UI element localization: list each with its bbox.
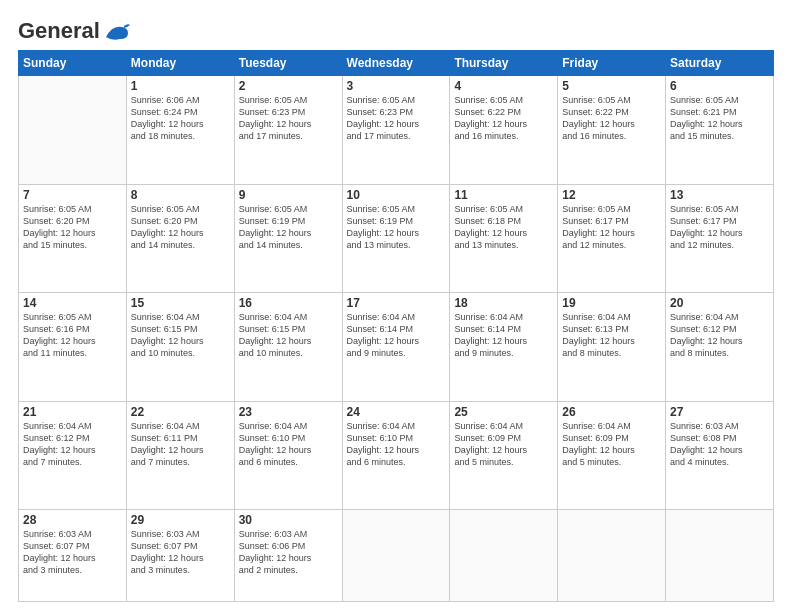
calendar-cell: 25Sunrise: 6:04 AM Sunset: 6:09 PM Dayli… — [450, 401, 558, 510]
weekday-header-wednesday: Wednesday — [342, 51, 450, 76]
day-number: 24 — [347, 405, 446, 419]
day-info: Sunrise: 6:05 AM Sunset: 6:21 PM Dayligh… — [670, 94, 769, 143]
calendar-week-row: 14Sunrise: 6:05 AM Sunset: 6:16 PM Dayli… — [19, 293, 774, 402]
calendar-cell: 6Sunrise: 6:05 AM Sunset: 6:21 PM Daylig… — [666, 76, 774, 185]
day-info: Sunrise: 6:05 AM Sunset: 6:20 PM Dayligh… — [23, 203, 122, 252]
day-info: Sunrise: 6:05 AM Sunset: 6:19 PM Dayligh… — [239, 203, 338, 252]
day-info: Sunrise: 6:03 AM Sunset: 6:07 PM Dayligh… — [23, 528, 122, 577]
day-number: 13 — [670, 188, 769, 202]
day-number: 23 — [239, 405, 338, 419]
day-info: Sunrise: 6:05 AM Sunset: 6:16 PM Dayligh… — [23, 311, 122, 360]
calendar-cell: 12Sunrise: 6:05 AM Sunset: 6:17 PM Dayli… — [558, 184, 666, 293]
day-number: 21 — [23, 405, 122, 419]
day-info: Sunrise: 6:04 AM Sunset: 6:12 PM Dayligh… — [23, 420, 122, 469]
calendar-cell: 2Sunrise: 6:05 AM Sunset: 6:23 PM Daylig… — [234, 76, 342, 185]
day-number: 19 — [562, 296, 661, 310]
calendar-cell: 5Sunrise: 6:05 AM Sunset: 6:22 PM Daylig… — [558, 76, 666, 185]
day-info: Sunrise: 6:05 AM Sunset: 6:23 PM Dayligh… — [347, 94, 446, 143]
day-number: 26 — [562, 405, 661, 419]
day-number: 6 — [670, 79, 769, 93]
day-number: 14 — [23, 296, 122, 310]
calendar-cell — [666, 510, 774, 602]
calendar-cell: 15Sunrise: 6:04 AM Sunset: 6:15 PM Dayli… — [126, 293, 234, 402]
calendar-week-row: 28Sunrise: 6:03 AM Sunset: 6:07 PM Dayli… — [19, 510, 774, 602]
day-number: 3 — [347, 79, 446, 93]
day-info: Sunrise: 6:04 AM Sunset: 6:14 PM Dayligh… — [347, 311, 446, 360]
day-info: Sunrise: 6:04 AM Sunset: 6:15 PM Dayligh… — [131, 311, 230, 360]
calendar-cell: 30Sunrise: 6:03 AM Sunset: 6:06 PM Dayli… — [234, 510, 342, 602]
calendar-cell: 22Sunrise: 6:04 AM Sunset: 6:11 PM Dayli… — [126, 401, 234, 510]
day-info: Sunrise: 6:06 AM Sunset: 6:24 PM Dayligh… — [131, 94, 230, 143]
day-info: Sunrise: 6:04 AM Sunset: 6:13 PM Dayligh… — [562, 311, 661, 360]
day-info: Sunrise: 6:05 AM Sunset: 6:23 PM Dayligh… — [239, 94, 338, 143]
day-number: 18 — [454, 296, 553, 310]
calendar-week-row: 7Sunrise: 6:05 AM Sunset: 6:20 PM Daylig… — [19, 184, 774, 293]
day-info: Sunrise: 6:04 AM Sunset: 6:15 PM Dayligh… — [239, 311, 338, 360]
day-number: 8 — [131, 188, 230, 202]
calendar-cell: 8Sunrise: 6:05 AM Sunset: 6:20 PM Daylig… — [126, 184, 234, 293]
day-number: 28 — [23, 513, 122, 527]
calendar-cell: 21Sunrise: 6:04 AM Sunset: 6:12 PM Dayli… — [19, 401, 127, 510]
calendar-cell: 20Sunrise: 6:04 AM Sunset: 6:12 PM Dayli… — [666, 293, 774, 402]
weekday-header-tuesday: Tuesday — [234, 51, 342, 76]
day-info: Sunrise: 6:05 AM Sunset: 6:17 PM Dayligh… — [562, 203, 661, 252]
day-info: Sunrise: 6:05 AM Sunset: 6:22 PM Dayligh… — [454, 94, 553, 143]
day-number: 1 — [131, 79, 230, 93]
calendar-cell: 24Sunrise: 6:04 AM Sunset: 6:10 PM Dayli… — [342, 401, 450, 510]
calendar-cell — [558, 510, 666, 602]
calendar-cell: 10Sunrise: 6:05 AM Sunset: 6:19 PM Dayli… — [342, 184, 450, 293]
day-number: 29 — [131, 513, 230, 527]
calendar-cell: 3Sunrise: 6:05 AM Sunset: 6:23 PM Daylig… — [342, 76, 450, 185]
day-info: Sunrise: 6:04 AM Sunset: 6:11 PM Dayligh… — [131, 420, 230, 469]
calendar-cell: 7Sunrise: 6:05 AM Sunset: 6:20 PM Daylig… — [19, 184, 127, 293]
calendar-cell: 14Sunrise: 6:05 AM Sunset: 6:16 PM Dayli… — [19, 293, 127, 402]
day-number: 15 — [131, 296, 230, 310]
calendar-cell: 9Sunrise: 6:05 AM Sunset: 6:19 PM Daylig… — [234, 184, 342, 293]
calendar-cell: 16Sunrise: 6:04 AM Sunset: 6:15 PM Dayli… — [234, 293, 342, 402]
day-info: Sunrise: 6:04 AM Sunset: 6:14 PM Dayligh… — [454, 311, 553, 360]
day-info: Sunrise: 6:04 AM Sunset: 6:09 PM Dayligh… — [454, 420, 553, 469]
calendar-week-row: 1Sunrise: 6:06 AM Sunset: 6:24 PM Daylig… — [19, 76, 774, 185]
day-number: 5 — [562, 79, 661, 93]
calendar-cell: 17Sunrise: 6:04 AM Sunset: 6:14 PM Dayli… — [342, 293, 450, 402]
day-info: Sunrise: 6:04 AM Sunset: 6:09 PM Dayligh… — [562, 420, 661, 469]
day-info: Sunrise: 6:03 AM Sunset: 6:07 PM Dayligh… — [131, 528, 230, 577]
calendar-cell: 26Sunrise: 6:04 AM Sunset: 6:09 PM Dayli… — [558, 401, 666, 510]
day-info: Sunrise: 6:05 AM Sunset: 6:18 PM Dayligh… — [454, 203, 553, 252]
weekday-header-monday: Monday — [126, 51, 234, 76]
weekday-header-sunday: Sunday — [19, 51, 127, 76]
page: General SundayMondayTuesdayWednesdayThur… — [0, 0, 792, 612]
calendar-cell — [19, 76, 127, 185]
calendar-header-row: SundayMondayTuesdayWednesdayThursdayFrid… — [19, 51, 774, 76]
calendar-cell: 4Sunrise: 6:05 AM Sunset: 6:22 PM Daylig… — [450, 76, 558, 185]
logo-text: General — [18, 18, 130, 44]
calendar-cell: 18Sunrise: 6:04 AM Sunset: 6:14 PM Dayli… — [450, 293, 558, 402]
header: General — [18, 18, 774, 40]
day-info: Sunrise: 6:04 AM Sunset: 6:12 PM Dayligh… — [670, 311, 769, 360]
day-number: 12 — [562, 188, 661, 202]
day-number: 7 — [23, 188, 122, 202]
day-number: 17 — [347, 296, 446, 310]
day-info: Sunrise: 6:05 AM Sunset: 6:19 PM Dayligh… — [347, 203, 446, 252]
calendar-cell: 28Sunrise: 6:03 AM Sunset: 6:07 PM Dayli… — [19, 510, 127, 602]
calendar-cell: 29Sunrise: 6:03 AM Sunset: 6:07 PM Dayli… — [126, 510, 234, 602]
logo: General — [18, 18, 130, 40]
day-number: 27 — [670, 405, 769, 419]
day-info: Sunrise: 6:05 AM Sunset: 6:17 PM Dayligh… — [670, 203, 769, 252]
day-info: Sunrise: 6:04 AM Sunset: 6:10 PM Dayligh… — [347, 420, 446, 469]
calendar-table: SundayMondayTuesdayWednesdayThursdayFrid… — [18, 50, 774, 602]
day-number: 25 — [454, 405, 553, 419]
weekday-header-friday: Friday — [558, 51, 666, 76]
day-info: Sunrise: 6:05 AM Sunset: 6:20 PM Dayligh… — [131, 203, 230, 252]
calendar-cell — [342, 510, 450, 602]
weekday-header-saturday: Saturday — [666, 51, 774, 76]
day-number: 16 — [239, 296, 338, 310]
calendar-week-row: 21Sunrise: 6:04 AM Sunset: 6:12 PM Dayli… — [19, 401, 774, 510]
calendar-cell: 23Sunrise: 6:04 AM Sunset: 6:10 PM Dayli… — [234, 401, 342, 510]
calendar-cell: 13Sunrise: 6:05 AM Sunset: 6:17 PM Dayli… — [666, 184, 774, 293]
day-number: 30 — [239, 513, 338, 527]
day-info: Sunrise: 6:03 AM Sunset: 6:06 PM Dayligh… — [239, 528, 338, 577]
day-number: 4 — [454, 79, 553, 93]
day-number: 22 — [131, 405, 230, 419]
day-info: Sunrise: 6:03 AM Sunset: 6:08 PM Dayligh… — [670, 420, 769, 469]
